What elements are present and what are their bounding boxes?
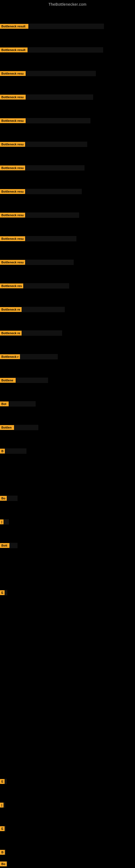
bar-line bbox=[5, 779, 7, 784]
bottleneck-badge: Bottleneck resu bbox=[0, 142, 25, 147]
bottleneck-item: Bottleneck resu bbox=[0, 94, 135, 100]
bar-line bbox=[26, 118, 90, 123]
bottleneck-item: Bottleneck resu bbox=[0, 71, 135, 76]
bottleneck-badge: | bbox=[0, 803, 3, 807]
bar-line bbox=[26, 94, 93, 100]
bottleneck-item: Bottleneck res bbox=[0, 283, 135, 289]
bar-line bbox=[9, 401, 36, 407]
bottleneck-badge: Bottleneck resu bbox=[0, 236, 25, 241]
bar-line bbox=[25, 212, 79, 218]
bottleneck-item: Bot bbox=[0, 401, 135, 407]
bottleneck-item: E bbox=[0, 779, 135, 784]
bottleneck-badge: Bottleneck resu bbox=[0, 118, 26, 123]
bottleneck-badge: E bbox=[0, 779, 5, 784]
bar-line bbox=[5, 849, 6, 855]
bar-line bbox=[5, 448, 27, 454]
bottleneck-item: B bbox=[0, 448, 135, 454]
bottleneck-badge: Bottleneck resu bbox=[0, 165, 25, 170]
bottleneck-badge: Bottlene bbox=[0, 378, 16, 383]
bar-line bbox=[28, 47, 103, 53]
bottleneck-item: Bottleneck resu bbox=[0, 212, 135, 218]
bar-line bbox=[25, 165, 85, 170]
bottleneck-item: Bottleneck re bbox=[0, 307, 135, 312]
bottleneck-item: E bbox=[0, 826, 135, 831]
bottleneck-badge: B bbox=[0, 850, 5, 855]
bottleneck-badge: Bo bbox=[0, 862, 7, 866]
bottleneck-item: Bottleneck resu bbox=[0, 165, 135, 170]
bar-line bbox=[21, 330, 62, 336]
bar-line bbox=[25, 236, 77, 241]
bar-line bbox=[26, 71, 96, 76]
bar-line bbox=[7, 861, 8, 867]
bottleneck-item: Bottleneck resu bbox=[0, 118, 135, 123]
bottleneck-item: B bbox=[0, 849, 135, 855]
bar-line bbox=[3, 519, 9, 525]
bottleneck-badge: Bottleneck resu bbox=[0, 71, 26, 76]
bottleneck-item: Bottleneck result bbox=[0, 47, 135, 53]
site-title: TheBottlenecker.com bbox=[0, 0, 135, 9]
bottleneck-badge: Bottleneck resu bbox=[0, 213, 25, 218]
bottleneck-badge: Bottleneck resu bbox=[0, 189, 25, 194]
bar-line bbox=[20, 354, 58, 360]
bottleneck-item: Bo bbox=[0, 496, 135, 501]
bottleneck-item: E bbox=[0, 590, 135, 595]
bottleneck-badge: Bottleneck r bbox=[0, 354, 20, 359]
bar-line bbox=[9, 543, 17, 548]
bottleneck-badge: Bottleneck re bbox=[0, 307, 21, 312]
bar-line bbox=[25, 259, 74, 265]
bar-line bbox=[14, 425, 38, 430]
bar-line bbox=[3, 802, 5, 808]
bottleneck-item: Bottleneck resu bbox=[0, 189, 135, 194]
bar-line bbox=[25, 189, 82, 194]
bottleneck-badge: Bottleneck result bbox=[0, 24, 28, 29]
bottleneck-item: Bottleneck re bbox=[0, 330, 135, 336]
bottleneck-item: | bbox=[0, 802, 135, 808]
bottleneck-item: | bbox=[0, 519, 135, 525]
bottleneck-item: Bottlene bbox=[0, 378, 135, 383]
bar-line bbox=[21, 307, 65, 312]
bottleneck-item: Bottleneck resu bbox=[0, 236, 135, 241]
bottleneck-item: Bo bbox=[0, 861, 135, 867]
bottleneck-item: Bottleneck resu bbox=[0, 142, 135, 147]
bottleneck-badge: Bottleneck result bbox=[0, 48, 28, 52]
bar-line bbox=[25, 142, 87, 147]
bottleneck-badge: Bottleneck re bbox=[0, 331, 21, 336]
bottleneck-badge: Bottleneck resu bbox=[0, 260, 25, 265]
bottleneck-badge: B bbox=[0, 448, 5, 454]
bar-line bbox=[28, 24, 104, 29]
bottleneck-badge: E bbox=[0, 590, 5, 595]
bottleneck-item: Bottlen bbox=[0, 425, 135, 430]
bar-line bbox=[23, 283, 69, 289]
bottleneck-badge: Bo bbox=[0, 496, 7, 501]
bottleneck-item: Bott bbox=[0, 543, 135, 548]
bottleneck-badge: E bbox=[0, 826, 5, 831]
bottleneck-badge: Bottleneck resu bbox=[0, 95, 26, 99]
bottleneck-item: Bottleneck result bbox=[0, 24, 135, 29]
bar-line bbox=[16, 378, 48, 383]
bar-line bbox=[5, 826, 6, 831]
bottleneck-badge: Bot bbox=[0, 401, 9, 406]
bottleneck-item: Bottleneck resu bbox=[0, 259, 135, 265]
bottleneck-badge: Bott bbox=[0, 543, 9, 548]
bar-line bbox=[5, 590, 7, 595]
bottleneck-badge: Bottlen bbox=[0, 425, 14, 430]
bottleneck-badge: Bottleneck res bbox=[0, 283, 23, 288]
bar-line bbox=[7, 496, 17, 501]
bottleneck-item: Bottleneck r bbox=[0, 354, 135, 360]
bottleneck-badge: | bbox=[0, 520, 3, 524]
